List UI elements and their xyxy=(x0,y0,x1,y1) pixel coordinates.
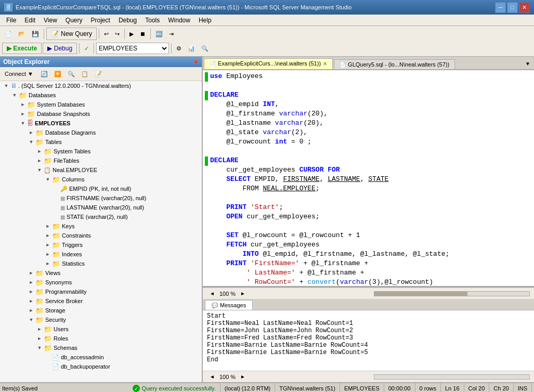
menu-window[interactable]: Window xyxy=(164,16,194,25)
zoom-out-button[interactable]: ◄ xyxy=(207,288,217,299)
expand-security-icon[interactable]: ▼ xyxy=(27,316,35,324)
execute-button[interactable]: ▶ Execute xyxy=(2,43,42,54)
tree-security[interactable]: ▼ 📁 Security xyxy=(0,315,202,324)
tree-programmability[interactable]: ► 📁 Programmability xyxy=(0,287,202,296)
tree-users[interactable]: ► 📁 Users xyxy=(0,324,202,334)
oe-search-button[interactable]: 🔍 xyxy=(65,68,77,80)
tree-db-diagrams[interactable]: ► 📁 Database Diagrams xyxy=(0,128,202,137)
tab1-close-icon[interactable]: ✕ xyxy=(323,61,327,67)
tree-statistics[interactable]: ► 📁 Statistics xyxy=(0,259,202,268)
tb-misc1[interactable]: ⚙ xyxy=(174,43,184,54)
oe-connect-button[interactable]: Connect ▼ xyxy=(1,68,37,80)
close-button[interactable]: ✕ xyxy=(519,2,530,13)
tb-misc2[interactable]: 📊 xyxy=(185,43,198,54)
tree-storage[interactable]: ► 📁 Storage xyxy=(0,306,202,315)
tb-run[interactable]: ▶ xyxy=(127,28,136,40)
msg-zoom-out[interactable]: ◄ xyxy=(207,371,217,383)
tree-db-backupoperator[interactable]: 📄 db_backupoperator xyxy=(0,362,202,371)
tb-format[interactable]: 🔤 xyxy=(153,28,165,40)
expand-storage-icon[interactable]: ► xyxy=(27,306,35,315)
tree-col-empid[interactable]: 🔑 EMPID (PK, int, not null) xyxy=(0,184,202,193)
menu-project[interactable]: Project xyxy=(87,16,114,25)
messages-tab[interactable]: 💬 Messages xyxy=(205,300,253,310)
tree-filetables[interactable]: ► 📁 FileTables xyxy=(0,156,202,165)
tb-open[interactable]: 📂 xyxy=(16,28,28,40)
tb-undo[interactable]: ↩ xyxy=(101,28,111,40)
expand-databases-icon[interactable]: ▼ xyxy=(10,91,19,99)
msg-zoom-in[interactable]: ► xyxy=(238,371,248,383)
expand-employees-icon[interactable]: ▼ xyxy=(19,119,27,127)
tree-sys-tables[interactable]: ► 📁 System Tables xyxy=(0,147,202,156)
tab-2[interactable]: 📄 GLQuery5.sql - (lo...N\neal.walters (5… xyxy=(334,59,455,69)
debug-button[interactable]: ▶ Debug xyxy=(43,43,77,54)
tree-synonyms[interactable]: ► 📁 Synonyms xyxy=(0,278,202,287)
expand-sys-dbs-icon[interactable]: ► xyxy=(19,100,27,109)
tree-columns-folder[interactable]: ▼ 📁 Columns xyxy=(0,175,202,184)
expand-sb-icon[interactable]: ► xyxy=(27,297,35,305)
oe-new-query-button[interactable]: 📝 xyxy=(92,68,105,80)
maximize-button[interactable]: □ xyxy=(507,2,518,13)
tree-roles[interactable]: ► 📁 Roles xyxy=(0,334,202,343)
tree-schemas[interactable]: ▼ 📁 Schemas xyxy=(0,343,202,352)
oe-pin-icon[interactable]: 📌 xyxy=(192,59,199,65)
expand-server-icon[interactable]: ▼ xyxy=(2,82,10,90)
tree-service-broker[interactable]: ► 📁 Service Broker xyxy=(0,296,202,306)
menu-debug[interactable]: Debug xyxy=(114,16,141,25)
database-selector[interactable]: EMPLOYEES master tempdb xyxy=(96,43,169,54)
tree-col-firstname[interactable]: ▦ FIRSTNAME (varchar(20), null) xyxy=(0,193,202,203)
tb-redo[interactable]: ↪ xyxy=(112,28,122,40)
menu-file[interactable]: File xyxy=(2,16,20,25)
tb-check[interactable]: ✓ xyxy=(82,43,92,54)
tree-indexes[interactable]: ► 📁 Indexes xyxy=(0,250,202,259)
expand-neal-employee-icon[interactable]: ▼ xyxy=(35,166,44,174)
tree-triggers[interactable]: ► 📁 Triggers xyxy=(0,240,202,250)
tree-db-snapshots[interactable]: ► 📁 Database Snapshots xyxy=(0,109,202,119)
tree-neal-employee[interactable]: ▼ 📋 Neal.EMPLOYEE xyxy=(0,165,202,175)
tb-indent[interactable]: ⇥ xyxy=(166,28,176,40)
menu-edit[interactable]: Edit xyxy=(20,16,40,25)
expand-synonyms-icon[interactable]: ► xyxy=(27,278,35,286)
expand-views-icon[interactable]: ► xyxy=(27,269,35,277)
expand-sys-tables-icon[interactable]: ► xyxy=(35,147,44,155)
expand-users-icon[interactable]: ► xyxy=(35,325,44,333)
oe-properties-button[interactable]: 📋 xyxy=(79,68,91,80)
tb-stop[interactable]: ⏹ xyxy=(137,28,148,40)
tree-system-databases[interactable]: ► 📁 System Databases xyxy=(0,100,202,109)
expand-keys-icon[interactable]: ► xyxy=(44,222,52,230)
tree-employees-db[interactable]: ▼ 🗄 EMPLOYEES xyxy=(0,119,202,128)
tree-databases[interactable]: ▼ 📁 Databases xyxy=(0,90,202,100)
expand-tables-icon[interactable]: ▼ xyxy=(27,138,35,146)
expand-indexes-icon[interactable]: ► xyxy=(44,250,52,258)
expand-columns-icon[interactable]: ▼ xyxy=(44,175,52,184)
menu-help[interactable]: Help xyxy=(194,16,216,25)
expand-schemas-icon[interactable]: ▼ xyxy=(35,344,44,352)
zoom-in-button[interactable]: ► xyxy=(238,288,248,299)
expand-triggers-icon[interactable]: ► xyxy=(44,241,52,249)
expand-diagrams-icon[interactable]: ► xyxy=(27,128,35,137)
tb-save[interactable]: 💾 xyxy=(29,28,42,40)
menu-view[interactable]: View xyxy=(40,16,61,25)
tree-col-state[interactable]: ▦ STATE (varchar(2), null) xyxy=(0,212,202,221)
tree-constraints[interactable]: ► 📁 Constraints xyxy=(0,231,202,240)
expand-constraints-icon[interactable]: ► xyxy=(44,231,52,240)
tree-col-lastname[interactable]: ▦ LASTNAME (varchar(20), null) xyxy=(0,203,202,212)
oe-refresh-button[interactable]: 🔄 xyxy=(38,68,50,80)
tree-db-accessadmin[interactable]: 📄 db_accessadmin xyxy=(0,352,202,362)
tree-server[interactable]: ▼ 🖥 . (SQL Server 12.0.2000 - TGN\neal.w… xyxy=(0,81,202,90)
expand-statistics-icon[interactable]: ► xyxy=(44,259,52,268)
tab-1[interactable]: 📄 ExampleExplicitCurs...\neal.walters (5… xyxy=(204,58,333,69)
expand-snapshots-icon[interactable]: ► xyxy=(19,110,27,118)
tb-new-file[interactable]: 📄 xyxy=(2,28,15,40)
tree-views[interactable]: ► 📁 Views xyxy=(0,268,202,278)
tb-misc3[interactable]: 🔍 xyxy=(199,43,211,54)
expand-filetables-icon[interactable]: ► xyxy=(35,156,44,165)
minimize-button[interactable]: ─ xyxy=(495,2,506,13)
menu-tools[interactable]: Tools xyxy=(141,16,164,25)
expand-roles-icon[interactable]: ► xyxy=(35,334,44,343)
oe-filter-button[interactable]: 🔽 xyxy=(51,68,64,80)
new-query-button[interactable]: 📝 New Query xyxy=(46,28,97,40)
sql-editor[interactable]: use Employees DECLARE @l_empid INT, @l_f… xyxy=(203,70,534,288)
expand-prog-icon[interactable]: ► xyxy=(27,288,35,296)
tree-tables[interactable]: ▼ 📁 Tables xyxy=(0,137,202,147)
tree-keys[interactable]: ► 📁 Keys xyxy=(0,221,202,231)
